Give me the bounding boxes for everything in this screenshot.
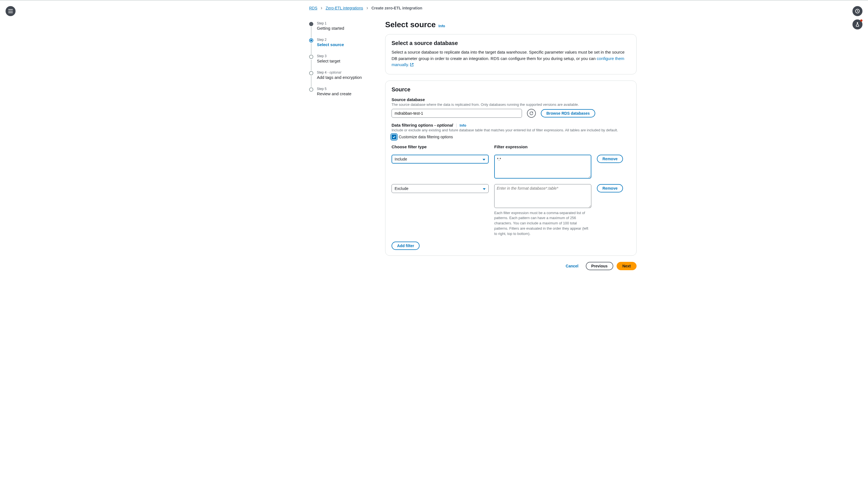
source-panel: Source Source database The source databa… [385,80,636,256]
step-circle-icon [309,38,313,42]
step-2[interactable]: Step 2 Select source [309,38,374,54]
filter-expr-input-1[interactable] [494,184,591,208]
hamburger-menu-button[interactable] [5,6,16,16]
clock-icon [855,8,860,14]
chevron-right-icon: › [321,5,322,11]
filter-type-col-label: Choose filter type [392,145,489,149]
remove-filter-button-0[interactable]: Remove [597,155,623,163]
chevron-right-icon: › [366,5,368,11]
checkbox-label: Customize data filtering options [399,135,453,139]
caret-down-icon [483,186,486,191]
filter-type-select-0[interactable]: Include [392,155,489,164]
filter-info-link[interactable]: Info [459,123,466,128]
step-num: Step 1 [317,21,374,25]
info-link[interactable]: Info [438,24,445,28]
cancel-button[interactable]: Cancel [562,262,583,270]
wizard-steps: Step 1 Getting started Step 2 Select sou… [309,13,374,270]
clock-button[interactable] [852,6,863,16]
filter-expr-col-label: Filter expression [494,145,591,149]
step-label: Review and create [317,91,374,96]
panel-title: Select a source database [392,40,630,46]
add-filter-button[interactable]: Add filter [392,242,419,250]
refresh-icon [529,111,534,115]
hamburger-icon [8,9,13,13]
step-circle-icon [309,55,313,59]
step-circle-icon [309,22,313,26]
customize-filtering-checkbox[interactable] [392,134,397,139]
step-5[interactable]: Step 5 Review and create [309,87,374,103]
step-circle-icon [309,71,313,75]
external-link-icon [410,62,414,69]
step-num: Step 2 [317,38,374,42]
step-num: Step 5 [317,87,374,91]
step-label: Select target [317,58,374,63]
step-num: Step 3 [317,54,374,58]
breadcrumb-rds[interactable]: RDS [309,6,317,10]
page-title: Select source [385,20,436,29]
step-circle-icon [309,88,313,92]
step-num: Step 4 - optional [317,71,374,74]
filter-expr-input-0[interactable]: *.* [494,155,591,178]
breadcrumb: RDS › Zero-ETL integrations › Create zer… [309,5,636,13]
refresh-button[interactable] [527,109,536,118]
wizard-actions: Cancel Previous Next [385,262,636,270]
flask-icon [855,22,860,27]
lab-button[interactable] [852,19,863,30]
filter-options-label: Data filtering options - optional [392,123,453,128]
remove-filter-button-1[interactable]: Remove [597,184,623,192]
panel-desc: Select a source database to replicate da… [392,49,630,69]
source-db-hint: The source database where the data is re… [392,102,630,107]
caret-down-icon [482,157,485,162]
step-3[interactable]: Step 3 Select target [309,54,374,71]
source-db-label: Source database [392,97,630,102]
select-source-panel: Select a source database Select a source… [385,34,636,74]
step-label: Getting started [317,25,374,31]
step-4[interactable]: Step 4 - optional Add tags and encryptio… [309,71,374,87]
filter-type-select-1[interactable]: Exclude [392,184,489,193]
breadcrumb-zero-etl[interactable]: Zero-ETL integrations [326,6,363,10]
step-label: Select source [317,42,374,47]
check-icon [392,135,396,138]
step-label: Add tags and encryption [317,74,374,80]
source-db-input[interactable] [392,109,522,118]
browse-rds-button[interactable]: Browse RDS databases [541,109,595,117]
next-button[interactable]: Next [617,262,636,270]
notification-dot [860,19,863,22]
previous-button[interactable]: Previous [586,262,613,270]
step-1[interactable]: Step 1 Getting started [309,21,374,38]
breadcrumb-current: Create zero-ETL integration [371,6,422,10]
filter-options-hint: Include or exclude any existing and futu… [392,128,630,132]
panel-title: Source [392,87,630,93]
filter-expr-hint: Each filter expression must be a comma-s… [494,210,591,236]
